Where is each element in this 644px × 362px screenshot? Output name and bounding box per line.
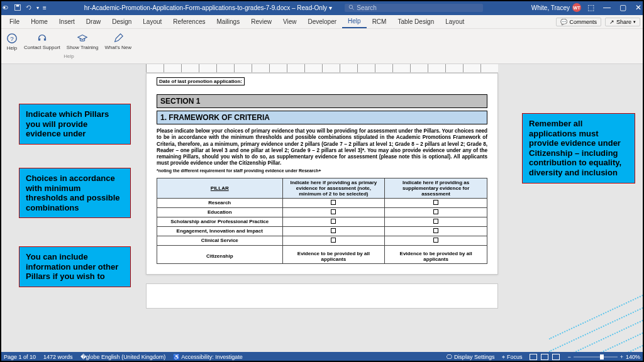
checkbox[interactable] — [331, 238, 336, 243]
zoom-in-icon[interactable]: + — [620, 354, 623, 360]
pencil-icon — [113, 33, 124, 44]
share-button[interactable]: ↗Share▾ — [605, 18, 640, 26]
checkbox[interactable] — [331, 228, 336, 233]
table-row: Clinical Service — [157, 236, 487, 245]
tab-rcm[interactable]: RCM — [367, 15, 392, 28]
tab-help[interactable]: Help — [342, 15, 367, 28]
pillar-name: Engagement, Innovation and Impact — [157, 226, 283, 236]
search-icon — [348, 4, 354, 11]
minimize-button[interactable]: — — [603, 3, 611, 12]
pillar-name: Citizenship — [157, 245, 283, 263]
supp-cell — [385, 226, 487, 236]
primary-cell — [282, 226, 385, 236]
horizontal-ruler[interactable] — [146, 64, 498, 73]
status-bar: Page 1 of 10 1472 words �globe English (… — [0, 352, 644, 362]
pillar-name: Clinical Service — [157, 236, 283, 245]
maximize-button[interactable]: ▢ — [619, 3, 626, 12]
document-title: hr-Academic-Promotion-Application-Form-a… — [84, 4, 332, 11]
tab-mailings[interactable]: Mailings — [211, 15, 245, 28]
checkbox[interactable] — [331, 209, 336, 214]
table-header-pillar: PILLAR — [157, 178, 283, 198]
table-row: Scholarship and/or Professional Practice — [157, 217, 487, 226]
primary-cell — [282, 207, 385, 217]
ribbon-group-help: ? Help Contact Support Show Training Wha… — [4, 31, 134, 59]
tab-view[interactable]: View — [277, 15, 303, 28]
svg-point-4 — [349, 5, 352, 8]
tab-draw[interactable]: Draw — [80, 15, 106, 28]
web-layout-icon[interactable] — [552, 354, 560, 360]
qat-dropdown-icon[interactable]: ▾ — [36, 5, 39, 11]
view-switcher — [530, 354, 560, 360]
pillar-name: Research — [157, 198, 283, 207]
show-training-button[interactable]: Show Training — [64, 31, 101, 52]
tab-references[interactable]: References — [167, 15, 211, 28]
tab-table-design[interactable]: Table Design — [392, 15, 440, 28]
ribbon-tabs: File Home Insert Draw Design Layout Refe… — [0, 15, 644, 29]
primary-cell: Evidence to be provided by all applicant… — [282, 245, 385, 263]
comment-icon: 💬 — [560, 19, 567, 25]
checkbox[interactable] — [433, 238, 438, 243]
comments-button[interactable]: 💬Comments — [556, 18, 601, 26]
checkbox[interactable] — [331, 219, 336, 224]
whats-new-button[interactable]: What's New — [103, 31, 134, 52]
accessibility-indicator[interactable]: ♿ Accessibility: Investigate — [173, 354, 243, 360]
zoom-out-icon[interactable]: − — [567, 354, 570, 360]
tab-layout[interactable]: Layout — [137, 15, 167, 28]
tab-home[interactable]: Home — [25, 15, 53, 28]
undo-icon[interactable] — [25, 4, 33, 11]
page-indicator[interactable]: Page 1 of 10 — [4, 354, 36, 360]
checkbox[interactable] — [331, 200, 336, 205]
title-bar: ▾ ≡ hr-Academic-Promotion-Application-Fo… — [0, 0, 644, 15]
contact-support-button[interactable]: Contact Support — [21, 31, 63, 52]
help-button[interactable]: ? Help — [4, 31, 20, 52]
table-row: Engagement, Innovation and Impact — [157, 226, 487, 236]
headset-icon — [36, 33, 48, 44]
table-header-primary: Indicate here if providing as primary ev… — [282, 178, 385, 198]
user-account[interactable]: White, Tracey WT — [531, 3, 581, 12]
checkbox[interactable] — [433, 219, 438, 224]
document-page[interactable]: Date of last promotion application: SECT… — [146, 73, 498, 275]
tab-layout2[interactable]: Layout — [440, 15, 470, 28]
qat-more-icon[interactable]: ≡ — [43, 4, 47, 11]
tab-file[interactable]: File — [4, 15, 25, 28]
share-icon: ↗ — [609, 19, 614, 25]
search-box[interactable] — [345, 4, 483, 12]
svg-rect-3 — [16, 5, 19, 7]
focus-mode[interactable]: ⌖ Focus — [502, 354, 522, 361]
search-input[interactable] — [357, 4, 479, 11]
table-row: Research — [157, 198, 487, 207]
window-controls: ⬚ — ▢ ✕ — [587, 3, 641, 12]
display-settings[interactable]: 🖵 Display Settings — [447, 354, 494, 360]
pillar-name: Education — [157, 207, 283, 217]
checkbox[interactable] — [433, 209, 438, 214]
primary-cell — [282, 217, 385, 226]
supp-cell: Evidence to be provided by all applicant… — [385, 245, 487, 263]
save-icon[interactable] — [14, 4, 21, 11]
ribbon-group-label: Help — [64, 53, 74, 59]
supp-cell — [385, 207, 487, 217]
close-button[interactable]: ✕ — [635, 3, 641, 12]
user-avatar: WT — [572, 3, 581, 12]
tab-design[interactable]: Design — [106, 15, 137, 28]
zoom-level[interactable]: 140% — [626, 354, 640, 360]
autosave-icon[interactable] — [3, 4, 10, 11]
tab-developer[interactable]: Developer — [302, 15, 342, 28]
supp-cell — [385, 217, 487, 226]
language-indicator[interactable]: �globe English (United Kingdom) — [80, 354, 166, 360]
print-layout-icon[interactable] — [541, 354, 548, 360]
ribbon-options-icon[interactable]: ⬚ — [587, 3, 594, 12]
help-circle-icon: ? — [6, 33, 18, 44]
svg-text:?: ? — [10, 35, 14, 42]
tab-review[interactable]: Review — [245, 15, 277, 28]
callout-pillars: Indicate which Pillars you will provide … — [19, 104, 131, 145]
callout-thresholds: Choices in accordance with minimum thres… — [19, 168, 131, 218]
footnote-text: *noting the different requirement for st… — [157, 168, 487, 173]
zoom-slider[interactable]: − + 140% — [567, 354, 640, 360]
checkbox[interactable] — [433, 200, 438, 205]
supp-cell — [385, 198, 487, 207]
primary-cell — [282, 198, 385, 207]
checkbox[interactable] — [433, 228, 438, 233]
tab-insert[interactable]: Insert — [53, 15, 80, 28]
read-mode-icon[interactable] — [530, 354, 537, 360]
word-count[interactable]: 1472 words — [43, 354, 73, 360]
